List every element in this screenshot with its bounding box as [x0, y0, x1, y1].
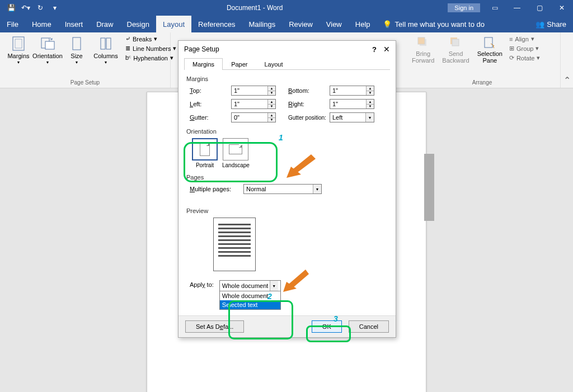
bottom-spinner[interactable]: ▲▼ — [330, 86, 374, 96]
applyto-label: Apply to: — [190, 280, 214, 288]
margins-button[interactable]: Margins▼ — [4, 35, 32, 65]
collapse-ribbon-icon[interactable]: ⌃ — [561, 75, 573, 88]
selection-pane-button[interactable]: Selection Pane — [474, 35, 506, 65]
applyto-option-selected[interactable]: Selected text — [220, 300, 280, 309]
margins-icon — [11, 36, 26, 51]
left-input[interactable] — [232, 100, 267, 108]
chevron-down-icon[interactable]: ▼ — [270, 281, 278, 291]
top-label: Top: — [190, 87, 223, 94]
qat-more-icon[interactable]: ▾ — [48, 1, 62, 15]
margins-section-label: Margins — [186, 75, 388, 82]
gutter-position-dropdown[interactable]: Left▼ — [330, 112, 374, 122]
left-spinner[interactable]: ▲▼ — [231, 99, 276, 109]
top-spinner[interactable]: ▲▼ — [231, 86, 276, 96]
annotation-number-1: 1 — [279, 133, 283, 142]
breaks-icon: ⤶ — [125, 35, 130, 42]
tab-references[interactable]: References — [191, 16, 242, 32]
tab-view[interactable]: View — [320, 16, 349, 32]
right-spinner[interactable]: ▲▼ — [330, 99, 374, 109]
signin-button[interactable]: Sign in — [448, 3, 480, 12]
dialog-tab-layout[interactable]: Layout — [256, 58, 291, 70]
orientation-button[interactable]: Orientation▼ — [34, 35, 62, 65]
landscape-icon — [229, 144, 242, 154]
dialog-tab-margins[interactable]: Margins — [184, 58, 223, 70]
tell-me-search[interactable]: 💡 Tell me what you want to do — [377, 20, 490, 29]
gutter-input[interactable] — [232, 113, 267, 122]
help-icon[interactable]: ? — [372, 45, 377, 54]
right-input[interactable] — [330, 100, 366, 108]
svg-rect-6 — [106, 38, 111, 49]
size-button[interactable]: Size▼ — [63, 35, 91, 65]
dialog-tab-paper[interactable]: Paper — [223, 58, 256, 70]
bring-forward-icon — [416, 36, 430, 49]
tab-file[interactable]: File — [0, 16, 25, 32]
columns-icon — [98, 36, 114, 51]
dialog-title: Page Setup — [184, 45, 219, 53]
save-icon[interactable]: 💾 — [4, 1, 18, 15]
ribbon-display-icon[interactable]: ▭ — [483, 0, 506, 16]
pagesetup-group-label: Page Setup — [4, 79, 166, 87]
close-icon[interactable]: ✕ — [551, 0, 573, 16]
group-icon: ⊞ — [509, 45, 514, 52]
landscape-option[interactable]: Landscape — [222, 138, 250, 168]
tab-insert[interactable]: Insert — [58, 16, 90, 32]
portrait-option[interactable]: Portrait — [192, 138, 218, 168]
gutter-label: Gutter: — [190, 114, 223, 121]
spin-down-icon[interactable]: ▼ — [268, 91, 275, 96]
redo-icon[interactable]: ↻ — [34, 1, 47, 15]
pages-section-label: Pages — [186, 174, 388, 181]
svg-rect-10 — [452, 39, 459, 46]
top-input[interactable] — [232, 86, 267, 95]
orientation-section-label: Orientation — [186, 128, 388, 135]
hyphenation-icon: bᶜ — [125, 54, 131, 62]
svg-rect-4 — [73, 37, 81, 50]
tab-home[interactable]: Home — [25, 16, 58, 32]
annotation-number-2: 2 — [267, 292, 272, 301]
rotate-button[interactable]: ⟳Rotate ▾ — [507, 54, 542, 62]
share-button[interactable]: 👥 Share — [529, 20, 573, 29]
selection-pane-icon — [483, 36, 496, 49]
undo-icon[interactable]: ↶▾ — [19, 1, 32, 15]
maximize-icon[interactable]: ▢ — [528, 0, 551, 16]
portrait-icon — [200, 143, 210, 156]
tab-draw[interactable]: Draw — [90, 16, 120, 32]
left-label: Left: — [190, 101, 223, 107]
gutter-spinner[interactable]: ▲▼ — [231, 112, 276, 122]
preview-thumbnail — [213, 218, 256, 271]
rotate-icon: ⟳ — [509, 54, 514, 62]
tab-layout[interactable]: Layout — [156, 16, 191, 32]
svg-rect-1 — [15, 39, 22, 48]
titlebar: 💾 ↶▾ ↻ ▾ Document1 - Word Sign in ▭ — ▢ … — [0, 0, 573, 16]
chevron-down-icon[interactable]: ▼ — [365, 113, 374, 122]
align-button[interactable]: ≡Align ▾ — [507, 35, 542, 43]
multipages-dropdown[interactable]: Normal▼ — [243, 184, 322, 194]
tab-mailings[interactable]: Mailings — [242, 16, 283, 32]
page-setup-dialog: Page Setup ? ✕ Margins Paper Layout Marg… — [178, 40, 396, 338]
align-icon: ≡ — [509, 36, 513, 42]
text-selection — [424, 154, 434, 221]
preview-section-label: Preview — [186, 207, 388, 214]
svg-rect-5 — [101, 38, 105, 49]
spin-up-icon[interactable]: ▲ — [268, 86, 275, 91]
bottom-input[interactable] — [330, 86, 366, 95]
linenumbers-icon: ≣ — [125, 45, 130, 52]
tab-design[interactable]: Design — [120, 16, 156, 32]
set-default-button[interactable]: Set As Defa... — [185, 320, 244, 333]
minimize-icon[interactable]: — — [506, 0, 528, 16]
cancel-button[interactable]: Cancel — [349, 320, 389, 333]
chevron-down-icon[interactable]: ▼ — [313, 185, 321, 193]
group-button[interactable]: ⊞Group ▾ — [507, 44, 542, 53]
gutter-pos-label: Gutter position: — [288, 115, 322, 121]
svg-rect-11 — [485, 37, 492, 48]
columns-button[interactable]: Columns▼ — [92, 35, 120, 65]
svg-rect-3 — [45, 41, 54, 49]
orientation-icon — [40, 36, 55, 51]
bring-forward-button[interactable]: Bring Forward — [408, 35, 438, 65]
send-backward-button[interactable]: Send Backward — [439, 35, 472, 65]
annotation-number-3: 3 — [334, 314, 338, 323]
close-dialog-icon[interactable]: ✕ — [383, 45, 390, 54]
menubar: File Home Insert Draw Design Layout Refe… — [0, 16, 573, 32]
tab-review[interactable]: Review — [282, 16, 320, 32]
size-icon — [69, 36, 84, 51]
tab-help[interactable]: Help — [349, 16, 377, 32]
